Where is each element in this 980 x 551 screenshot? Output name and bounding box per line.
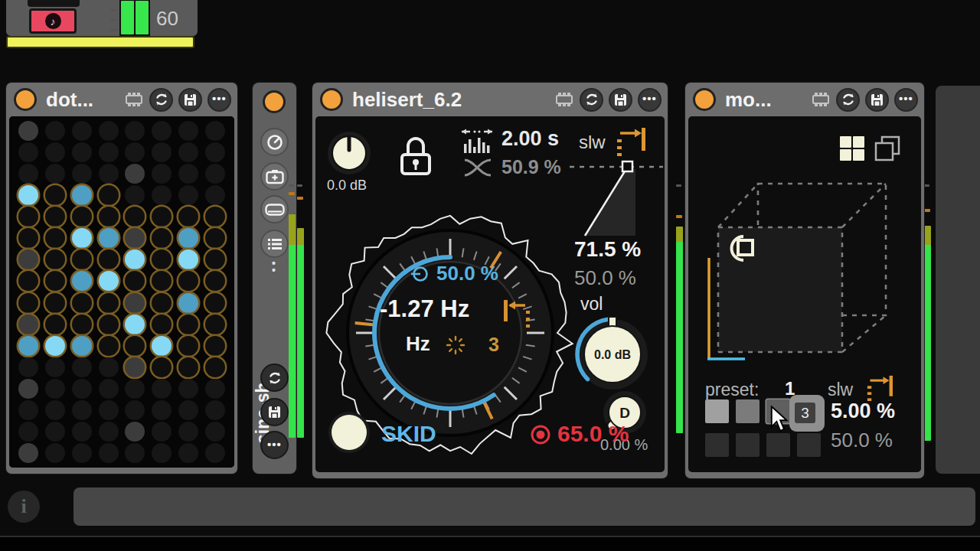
grid-dot[interactable] xyxy=(99,422,119,442)
grid-dot[interactable] xyxy=(205,207,225,227)
sync-button[interactable] xyxy=(260,364,289,392)
dial-unit[interactable]: Hz xyxy=(406,332,430,356)
grid-dot[interactable] xyxy=(45,400,65,420)
grid-dot[interactable] xyxy=(18,121,38,141)
grid-dot[interactable] xyxy=(99,249,119,269)
grid-dot[interactable] xyxy=(18,271,38,291)
ramp-base-value[interactable]: 50.0 % xyxy=(574,266,636,290)
steps-value[interactable]: 3 xyxy=(488,334,499,356)
device-on-toggle[interactable] xyxy=(263,90,286,113)
snapshot-button[interactable] xyxy=(260,162,289,191)
skid-label[interactable]: SKID xyxy=(381,421,436,447)
dot-grid[interactable] xyxy=(9,116,234,468)
dial-freq[interactable]: -1.27 Hz xyxy=(380,295,469,323)
grid-dot[interactable] xyxy=(125,121,145,141)
pill-button[interactable] xyxy=(260,195,289,223)
grid-dot[interactable] xyxy=(205,315,225,334)
grid-dot[interactable] xyxy=(178,293,198,313)
grid-dot[interactable] xyxy=(72,379,92,399)
grid-dot[interactable] xyxy=(45,228,65,248)
grid-dot[interactable] xyxy=(45,142,65,162)
grid-dot[interactable] xyxy=(152,379,172,399)
trigger-button[interactable] xyxy=(328,412,370,453)
preset-slot-7[interactable] xyxy=(766,433,790,457)
grid-dot[interactable] xyxy=(152,315,172,334)
grid-dot[interactable] xyxy=(18,207,38,227)
grid-dot[interactable] xyxy=(125,228,145,248)
grid-dot[interactable] xyxy=(152,336,172,356)
grid-dot[interactable] xyxy=(152,271,172,291)
grid-dot[interactable] xyxy=(152,357,172,377)
grid-dot[interactable] xyxy=(125,379,145,399)
time-value[interactable]: 2.00 s xyxy=(501,127,559,151)
grid-dot[interactable] xyxy=(178,249,198,269)
grid-dot[interactable] xyxy=(18,185,38,205)
grid-dot[interactable] xyxy=(18,228,38,248)
device-on-toggle[interactable] xyxy=(320,88,343,111)
crossfade-value[interactable]: 50.9 % xyxy=(501,156,561,178)
grid-dot[interactable] xyxy=(72,121,92,141)
sync-button[interactable] xyxy=(149,88,173,112)
device-on-toggle[interactable] xyxy=(693,88,716,111)
grid-dot[interactable] xyxy=(45,293,65,313)
tempo-value[interactable]: 60 xyxy=(156,7,178,31)
grid-dot[interactable] xyxy=(45,422,65,442)
grid-dot[interactable] xyxy=(18,315,38,334)
grid-dot[interactable] xyxy=(99,164,119,184)
grid-dot[interactable] xyxy=(99,336,119,356)
grid-dot[interactable] xyxy=(178,185,198,205)
grid-dot[interactable] xyxy=(99,271,119,291)
device-mo-header[interactable]: mo... ••• xyxy=(685,83,924,116)
save-button[interactable] xyxy=(865,88,889,112)
grid-dot[interactable] xyxy=(72,249,92,269)
grid-dot[interactable] xyxy=(72,185,92,205)
grid-dot[interactable] xyxy=(152,422,172,442)
more-button[interactable]: ••• xyxy=(260,431,289,459)
gain-knob[interactable] xyxy=(326,130,372,176)
grid-dot[interactable] xyxy=(18,400,38,420)
grid-dot[interactable] xyxy=(125,357,145,377)
grid-dot[interactable] xyxy=(45,207,65,227)
duplicate-icon[interactable] xyxy=(874,135,901,162)
grid-dot[interactable] xyxy=(152,249,172,269)
grid-dot[interactable] xyxy=(99,142,119,162)
grid-dot[interactable] xyxy=(205,185,225,205)
grid-dot[interactable] xyxy=(178,207,198,227)
grid-dot[interactable] xyxy=(18,357,38,377)
grid-dot[interactable] xyxy=(99,379,119,399)
grid-dot[interactable] xyxy=(178,228,198,248)
grid-dot[interactable] xyxy=(178,357,198,377)
grid-dot[interactable] xyxy=(178,142,198,162)
grid-dot[interactable] xyxy=(18,142,38,162)
grid-dot[interactable] xyxy=(45,185,65,205)
grid-dot[interactable] xyxy=(45,336,65,356)
grid-dot[interactable] xyxy=(205,121,225,141)
grid-dot[interactable] xyxy=(18,379,38,399)
grid-dot[interactable] xyxy=(72,422,92,442)
grid-dot[interactable] xyxy=(205,357,225,377)
ramp-value[interactable]: 71.5 % xyxy=(574,237,641,262)
grid-dot[interactable] xyxy=(205,293,225,313)
grid-dot[interactable] xyxy=(152,228,172,248)
more-button[interactable]: ••• xyxy=(894,88,918,112)
sync-button[interactable] xyxy=(836,88,860,112)
sync-button[interactable] xyxy=(580,88,603,112)
slew-value[interactable]: 5.00 % xyxy=(831,399,895,423)
scene-launch-bar[interactable] xyxy=(6,36,194,48)
device-dot-header[interactable]: dot... ••• xyxy=(6,83,237,116)
grid-dot[interactable] xyxy=(72,207,92,227)
grid-dot[interactable] xyxy=(72,315,92,334)
dial-percent[interactable]: 50.0 % xyxy=(436,262,498,285)
grid-dot[interactable] xyxy=(45,357,65,377)
preset-slot-8[interactable] xyxy=(797,433,821,457)
list-button[interactable] xyxy=(260,230,289,258)
grid-dot[interactable] xyxy=(45,249,65,269)
more-button[interactable]: ••• xyxy=(207,88,231,112)
grid-dot[interactable] xyxy=(205,336,225,356)
device-helisert-header[interactable]: helisert_6.2 ••• xyxy=(312,83,668,116)
grid-dot[interactable] xyxy=(125,400,145,420)
grid-dot[interactable] xyxy=(152,164,172,184)
grid-dot[interactable] xyxy=(125,207,145,227)
grid-dot[interactable] xyxy=(178,443,198,463)
xyz-cube[interactable] xyxy=(696,162,910,373)
